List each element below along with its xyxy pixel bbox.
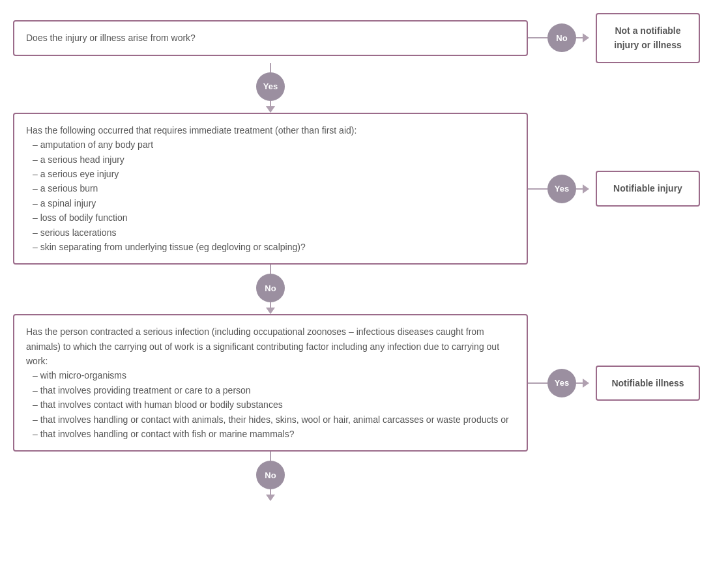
list-item: that involves handling or contact with a…: [33, 412, 515, 427]
connector-yes-1: Yes: [13, 63, 528, 113]
list-item: with micro-organisms: [33, 368, 515, 382]
circle-yes-2: Yes: [547, 175, 576, 203]
list-item: skin separating from underlying tissue (…: [33, 240, 515, 254]
row-3: Has the person contracted a serious infe…: [13, 314, 715, 452]
box-1: Does the injury or illness arise from wo…: [13, 20, 528, 55]
h-line-1b: [576, 37, 583, 38]
h-line-1: [528, 37, 547, 38]
outcome-not-notifiable: Not a notifiable injury or illness: [596, 13, 700, 63]
h-line-2: [528, 188, 547, 190]
box3-list: with micro-organisms that involves provi…: [26, 368, 515, 441]
vline-3a: [270, 452, 271, 461]
box2-intro: Has the following occurred that requires…: [26, 125, 357, 136]
box-3: Has the person contracted a serious infe…: [13, 314, 528, 452]
arrow-down-2: [266, 308, 275, 314]
circle-yes-1: Yes: [256, 72, 285, 101]
vline-3b: [270, 489, 271, 495]
box1-text: Does the injury or illness arise from wo…: [26, 33, 196, 43]
arrow-down-3: [266, 495, 275, 501]
list-item: a serious burn: [33, 181, 515, 195]
arrow-right-3: [583, 379, 589, 388]
circle-yes-3: Yes: [547, 369, 576, 397]
circle-no-2: No: [256, 274, 285, 302]
row-2: Has the following occurred that requires…: [13, 113, 715, 265]
list-item: amputation of any body part: [33, 137, 515, 152]
row-1: Does the injury or illness arise from wo…: [13, 13, 715, 63]
outcome-notifiable-injury: Notifiable injury: [596, 171, 700, 206]
arrow-right-2: [583, 184, 589, 194]
not-notifiable-line2: injury or illness: [614, 40, 681, 50]
circle-no-1: No: [547, 23, 576, 52]
list-item: that involves contact with human blood o…: [33, 397, 515, 412]
h-line-2b: [576, 188, 583, 190]
outcome-notifiable-illness: Notifiable illness: [596, 366, 700, 401]
vline-1b: [270, 101, 271, 106]
list-item: serious lacerations: [33, 225, 515, 240]
box3-intro: Has the person contracted a serious infe…: [26, 326, 499, 366]
arrow-right-1: [583, 33, 589, 42]
arrow-down-1: [266, 106, 275, 113]
list-item: that involves handling or contact with f…: [33, 427, 515, 441]
not-notifiable-line1: Not a notifiable: [615, 25, 680, 36]
connector-no-3: No: [13, 452, 528, 501]
circle-no-3: No: [256, 461, 285, 489]
list-item: loss of bodily function: [33, 210, 515, 225]
box-2: Has the following occurred that requires…: [13, 113, 528, 265]
connector-no-2: No: [13, 265, 528, 314]
h-line-3b: [576, 382, 583, 384]
list-item: a spinal injury: [33, 196, 515, 210]
box2-list: amputation of any body part a serious he…: [26, 137, 515, 254]
vline-2b: [270, 302, 271, 308]
h-line-3: [528, 382, 547, 384]
vline-2a: [270, 265, 271, 274]
notifiable-illness-text: Notifiable illness: [611, 378, 684, 388]
notifiable-injury-text: Notifiable injury: [613, 183, 682, 194]
list-item: a serious eye injury: [33, 167, 515, 181]
vline-1a: [270, 63, 271, 72]
list-item: that involves providing treatment or car…: [33, 383, 515, 397]
flowchart: Does the injury or illness arise from wo…: [13, 13, 715, 501]
list-item: a serious head injury: [33, 152, 515, 167]
